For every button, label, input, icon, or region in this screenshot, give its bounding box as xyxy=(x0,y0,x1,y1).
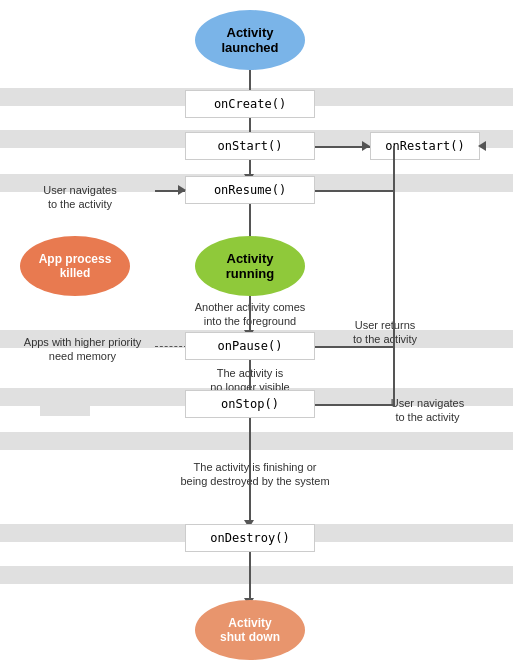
line-right-up-2 xyxy=(393,146,395,404)
onstop-label: onStop() xyxy=(221,397,279,411)
onrestart-label: onRestart() xyxy=(385,139,464,153)
ondestroy-box: onDestroy() xyxy=(185,524,315,552)
line-right-onpause xyxy=(315,346,395,348)
oncreate-box: onCreate() xyxy=(185,90,315,118)
oncreate-label: onCreate() xyxy=(214,97,286,111)
app-process-killed-node: App processkilled xyxy=(20,236,130,296)
band-8 xyxy=(0,566,513,584)
user-navigates-label-2: User navigatesto the activity xyxy=(355,396,500,425)
onresume-box: onResume() xyxy=(185,176,315,204)
finishing-label: The activity is finishing orbeing destro… xyxy=(150,460,360,489)
arrow-left-onrestart xyxy=(478,141,486,151)
line-onresume-to-running xyxy=(249,204,251,240)
user-navigates-label: User navigatesto the activity xyxy=(10,183,150,212)
band-6 xyxy=(0,432,513,450)
gray-box-left xyxy=(40,388,90,416)
activity-launched-label: Activitylaunched xyxy=(221,25,278,55)
arrow-right-onrestart xyxy=(362,141,370,151)
app-process-killed-label: App processkilled xyxy=(39,252,112,280)
arrow-right-onresume xyxy=(178,185,186,195)
onrestart-box: onRestart() xyxy=(370,132,480,160)
apps-priority-label: Apps with higher priorityneed memory xyxy=(5,335,160,364)
activity-shut-down-label: Activityshut down xyxy=(220,616,280,644)
line-right-top xyxy=(315,190,393,192)
ondestroy-label: onDestroy() xyxy=(210,531,289,545)
line-onpause-to-onstop xyxy=(249,360,251,392)
onstart-box: onStart() xyxy=(185,132,315,160)
onstart-label: onStart() xyxy=(217,139,282,153)
lifecycle-diagram: Activitylaunched onCreate() onStart() on… xyxy=(0,0,513,663)
user-returns-label: User returnsto the activity xyxy=(315,318,455,347)
line-onstop-to-ondestroy xyxy=(249,418,251,522)
activity-running-label: Activityrunning xyxy=(226,251,274,281)
activity-shut-down-node: Activityshut down xyxy=(195,600,305,660)
onresume-label: onResume() xyxy=(214,183,286,197)
line-launched-to-oncreate xyxy=(249,70,251,92)
line-running-to-onpause xyxy=(249,296,251,332)
line-priority-to-onpause xyxy=(155,346,187,347)
onstop-box: onStop() xyxy=(185,390,315,418)
line-right-onstop xyxy=(315,404,395,406)
onpause-label: onPause() xyxy=(217,339,282,353)
onpause-box: onPause() xyxy=(185,332,315,360)
line-ondestroy-to-shutdown xyxy=(249,552,251,602)
activity-launched-node: Activitylaunched xyxy=(195,10,305,70)
activity-running-node: Activityrunning xyxy=(195,236,305,296)
